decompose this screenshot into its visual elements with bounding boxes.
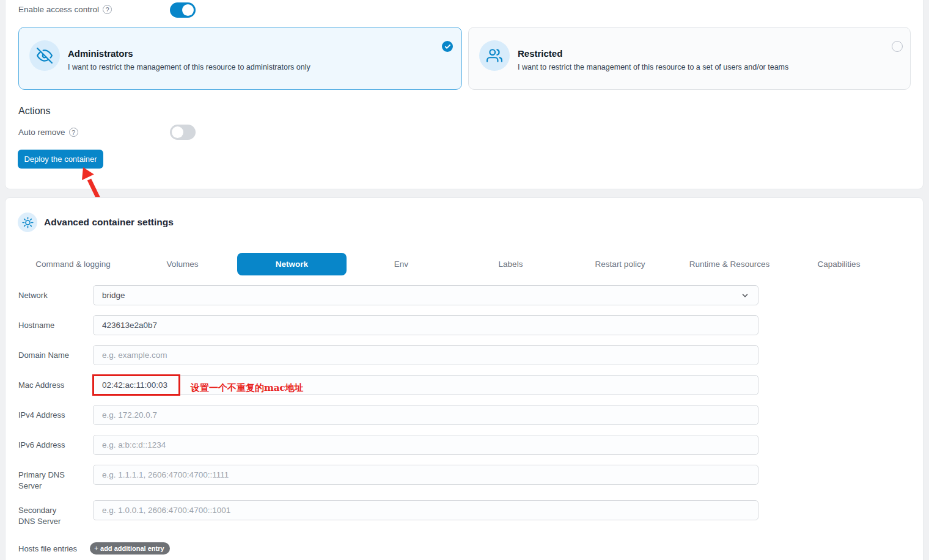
primary-dns-input[interactable]	[93, 465, 758, 485]
network-select-value: bridge	[102, 291, 125, 300]
toggle-knob	[182, 4, 194, 16]
eye-off-icon	[29, 40, 60, 71]
auto-remove-label: Auto remove ?	[18, 128, 78, 137]
option-title: Administrators	[68, 48, 133, 59]
hostname-label: Hostname	[18, 320, 87, 331]
tab-restart-policy[interactable]: Restart policy	[565, 253, 675, 275]
network-label: Network	[18, 290, 87, 301]
mac-address-label: Mac Address	[18, 380, 87, 391]
access-control-toggle[interactable]	[170, 2, 196, 18]
settings-tabs: Command & logging Volumes Network Env La…	[18, 253, 894, 275]
hosts-file-entries-label: Hosts file entries	[18, 544, 92, 555]
option-title: Restricted	[518, 48, 562, 59]
ipv4-address-input[interactable]	[93, 405, 758, 425]
selected-check-icon	[442, 41, 453, 52]
actions-heading: Actions	[18, 106, 50, 117]
hostname-input[interactable]	[93, 315, 758, 335]
tab-volumes[interactable]: Volumes	[128, 253, 237, 275]
tab-command-logging[interactable]: Command & logging	[18, 253, 128, 275]
option-restricted[interactable]: Restricted I want to restrict the manage…	[468, 27, 911, 90]
ipv4-address-label: IPv4 Address	[18, 410, 87, 421]
ipv6-address-input[interactable]	[93, 435, 758, 455]
radio-unselected[interactable]	[892, 41, 903, 52]
chevron-down-icon	[741, 291, 749, 300]
help-icon[interactable]: ?	[103, 5, 112, 14]
tab-labels[interactable]: Labels	[456, 253, 565, 275]
domain-name-input[interactable]	[93, 345, 758, 365]
toggle-knob	[172, 126, 183, 138]
option-description: I want to restrict the management of thi…	[518, 63, 788, 71]
enable-access-control-label: Enable access control ?	[18, 5, 112, 14]
auto-remove-toggle[interactable]	[170, 125, 196, 140]
help-icon[interactable]: ?	[69, 128, 78, 137]
tab-capabilities[interactable]: Capabilities	[784, 253, 894, 275]
option-description: I want to restrict the management of thi…	[68, 63, 310, 71]
tab-runtime-resources[interactable]: Runtime & Resources	[675, 253, 784, 275]
primary-dns-label: Primary DNS Server	[18, 470, 70, 492]
secondary-dns-input[interactable]	[93, 500, 758, 520]
users-icon	[479, 40, 510, 71]
option-administrators[interactable]: Administrators I want to restrict the ma…	[18, 27, 462, 90]
advanced-settings-heading: Advanced container settings	[44, 217, 174, 228]
ipv6-address-label: IPv6 Address	[18, 440, 87, 451]
add-additional-entry-button[interactable]: + add additional entry	[90, 542, 170, 555]
tab-env[interactable]: Env	[347, 253, 456, 275]
network-select[interactable]: bridge	[93, 285, 758, 305]
plus-icon: +	[94, 544, 98, 553]
add-entry-label: add additional entry	[100, 545, 164, 552]
secondary-dns-label: Secondary DNS Server	[18, 505, 70, 527]
gear-icon	[18, 213, 37, 232]
domain-name-label: Domain Name	[18, 350, 87, 361]
tab-network[interactable]: Network	[237, 253, 347, 275]
mac-note-annotation: 设置一个不重复的mac地址	[191, 382, 304, 394]
